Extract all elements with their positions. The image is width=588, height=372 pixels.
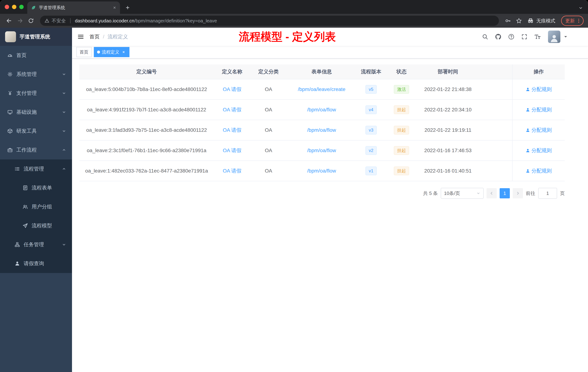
sidebar-item-system-management[interactable]: 系统管理 [0, 65, 72, 84]
form-link[interactable]: /bpm/oa/flow [307, 127, 336, 133]
fullscreen-button[interactable] [519, 31, 530, 42]
update-button[interactable]: 更新 [561, 16, 584, 26]
sidebar-item-task-management[interactable]: 任务管理 [0, 235, 72, 254]
column-header: 部署时间 [418, 65, 479, 79]
window-controls [5, 5, 24, 9]
close-window-button[interactable] [5, 5, 9, 9]
page-size-select[interactable]: 10条/页 [441, 188, 484, 199]
sidebar-item-leave-query[interactable]: 请假查询 [0, 254, 72, 273]
hamburger-icon [77, 33, 84, 40]
definition-name-link[interactable]: OA 请假 [223, 147, 242, 154]
breadcrumb-home[interactable]: 首页 [89, 33, 100, 40]
close-tag-icon[interactable] [121, 50, 126, 55]
breadcrumb-separator: / [103, 34, 104, 40]
sidebar-item-process-management[interactable]: 流程管理 [0, 159, 72, 178]
new-tab-button[interactable] [123, 3, 132, 12]
sidebar-item-dev-tools[interactable]: 研发工具 [0, 121, 72, 141]
definition-name-link[interactable]: OA 请假 [223, 106, 242, 113]
sidebar-item-home[interactable]: 首页 [0, 46, 72, 65]
definition-name-link[interactable]: OA 请假 [223, 86, 242, 93]
page-number-button[interactable]: 1 [500, 188, 510, 198]
definition-table: 定义编号 定义名称 定义分类 表单信息 流程版本 状态 部署时间 操作 oa_l… [79, 65, 565, 181]
sidebar-toggle-button[interactable] [72, 28, 89, 46]
sidebar-item-process-model[interactable]: 流程模型 [0, 216, 72, 235]
password-key-button[interactable] [503, 16, 513, 25]
tags-view-bar: 首页 流程定义 [72, 46, 588, 59]
briefcase-icon [7, 147, 13, 153]
cell-category: OA [250, 141, 287, 161]
close-icon [122, 50, 125, 54]
github-icon [495, 33, 502, 40]
assign-rule-link[interactable]: 分配规则 [526, 106, 552, 113]
app-logo-header[interactable]: 芋道管理系统 [0, 28, 72, 46]
caret-down-icon [564, 35, 568, 39]
assign-rule-link[interactable]: 分配规则 [526, 147, 552, 154]
sidebar-item-workflow[interactable]: 工作流程 [0, 141, 72, 159]
back-button[interactable] [4, 16, 14, 25]
assign-rule-label: 分配规则 [531, 147, 552, 154]
reload-button[interactable] [26, 16, 36, 25]
form-link[interactable]: /bpm/oa/flow [307, 107, 336, 113]
version-badge: v4 [366, 105, 377, 114]
fullscreen-icon [521, 34, 527, 40]
chevron-down-icon [62, 129, 66, 133]
bookmark-button[interactable] [514, 16, 524, 25]
browser-tab[interactable]: 芋道管理系统 [27, 1, 120, 14]
avatar-caret[interactable] [564, 35, 568, 39]
status-badge: 激活 [394, 85, 409, 94]
sidebar-item-label: 首页 [16, 52, 27, 59]
next-page-button[interactable] [513, 188, 523, 198]
tag-process-definition[interactable]: 流程定义 [94, 47, 129, 57]
column-header: 定义分类 [250, 65, 287, 79]
assign-rule-link[interactable]: 分配规则 [526, 127, 552, 134]
cell-deploy-time: 2022-01-22 19:19:11 [418, 120, 479, 140]
chevron-down-icon [62, 91, 66, 95]
definition-name-link[interactable]: OA 请假 [223, 167, 242, 174]
page-size-value: 10条/页 [444, 190, 460, 197]
assign-rule-link[interactable]: 分配规则 [526, 86, 552, 93]
status-badge: 挂起 [394, 146, 409, 155]
definition-name-link[interactable]: OA 请假 [223, 127, 242, 134]
address-bar[interactable]: 不安全 dashboard.yudao.iocoder.cn/bpm/manag… [40, 16, 499, 26]
users-icon [22, 204, 28, 209]
tag-home[interactable]: 首页 [76, 47, 92, 57]
column-header: 状态 [386, 65, 418, 79]
yen-icon [7, 90, 13, 96]
cell-deploy-time: 2022-01-16 01:40:51 [418, 161, 479, 181]
sidebar-item-infrastructure[interactable]: 基础设施 [0, 103, 72, 121]
url-path: /bpm/manager/definition?key=oa_leave [134, 18, 217, 23]
cell-spacer [479, 161, 512, 181]
cube-icon [7, 128, 13, 134]
form-link[interactable]: /bpm/oa/flow [307, 148, 336, 153]
url-text: dashboard.yudao.iocoder.cn/bpm/manager/d… [75, 18, 217, 24]
app-logo [5, 31, 16, 42]
form-link[interactable]: /bpm/oa/leave/create [298, 87, 346, 92]
chevron-left-icon [489, 191, 494, 196]
sidebar-item-payment-management[interactable]: 支付管理 [0, 84, 72, 103]
column-header: 表单信息 [287, 65, 357, 79]
prev-page-button[interactable] [487, 188, 497, 198]
user-icon [15, 261, 20, 266]
warning-icon [44, 18, 50, 23]
status-badge: 挂起 [394, 105, 409, 114]
forward-button[interactable] [15, 16, 25, 25]
kebab-menu-icon[interactable] [576, 18, 581, 23]
status-badge: 挂起 [394, 166, 409, 175]
maximize-window-button[interactable] [19, 5, 24, 9]
form-icon [22, 185, 28, 191]
minimize-window-button[interactable] [12, 5, 16, 9]
sidebar-item-process-form[interactable]: 流程表单 [0, 178, 72, 197]
column-header: 定义编号 [79, 65, 214, 79]
github-button[interactable] [493, 31, 504, 42]
close-tab-icon[interactable] [113, 6, 116, 10]
assign-rule-link[interactable]: 分配规则 [526, 167, 552, 174]
avatar[interactable] [548, 31, 560, 43]
search-button[interactable] [480, 31, 491, 42]
form-link[interactable]: /bpm/oa/flow [307, 168, 336, 174]
tab-search-button[interactable] [578, 6, 583, 10]
sidebar-item-user-group[interactable]: 用户分组 [0, 197, 72, 216]
cell-deploy-time: 2022-01-22 21:48:38 [418, 79, 479, 99]
help-button[interactable] [506, 31, 517, 42]
goto-page-input[interactable] [538, 188, 557, 199]
font-size-button[interactable] [532, 31, 543, 42]
